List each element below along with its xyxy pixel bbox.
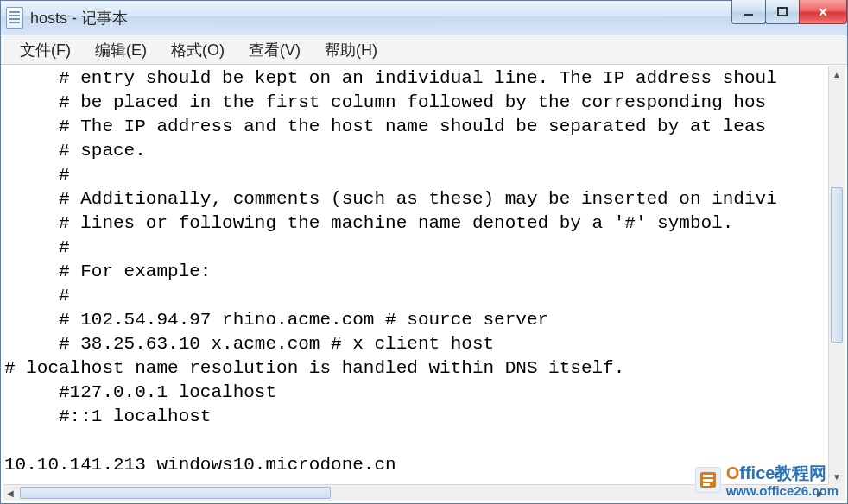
vertical-scroll-thumb[interactable]	[831, 187, 843, 343]
scroll-right-arrow-icon[interactable]: ▶	[813, 485, 828, 501]
svg-rect-0	[744, 14, 753, 16]
vertical-scrollbar[interactable]: ▲ ▼	[828, 66, 845, 484]
menu-format[interactable]: 格式(O)	[159, 37, 237, 63]
menu-file[interactable]: 文件(F)	[8, 37, 83, 63]
horizontal-scroll-thumb[interactable]	[20, 487, 331, 499]
window-title: hosts - 记事本	[30, 8, 128, 28]
minimize-button[interactable]	[731, 0, 766, 24]
svg-rect-1	[778, 8, 787, 16]
menu-help[interactable]: 帮助(H)	[313, 37, 389, 63]
notepad-icon	[6, 7, 23, 29]
menu-view[interactable]: 查看(V)	[237, 37, 313, 63]
scrollbar-corner	[828, 484, 845, 501]
scroll-left-arrow-icon[interactable]: ◀	[3, 485, 18, 501]
text-editor[interactable]: # entry should be kept on an individual …	[4, 66, 828, 484]
close-button[interactable]	[799, 0, 847, 24]
titlebar[interactable]: hosts - 记事本	[1, 1, 847, 35]
horizontal-scrollbar[interactable]: ◀ ▶	[3, 484, 828, 501]
notepad-window: hosts - 记事本 文件(F) 编辑(E) 格式(O) 查看(V) 帮助(H…	[0, 0, 848, 504]
window-controls	[732, 0, 847, 24]
maximize-button[interactable]	[765, 0, 800, 24]
maximize-icon	[777, 7, 788, 17]
menubar: 文件(F) 编辑(E) 格式(O) 查看(V) 帮助(H)	[1, 35, 847, 65]
editor-area: # entry should be kept on an individual …	[1, 65, 847, 503]
scroll-down-arrow-icon[interactable]: ▼	[829, 469, 845, 484]
minimize-icon	[744, 7, 754, 17]
menu-edit[interactable]: 编辑(E)	[83, 37, 159, 63]
close-icon	[818, 7, 828, 17]
scroll-up-arrow-icon[interactable]: ▲	[829, 66, 845, 82]
